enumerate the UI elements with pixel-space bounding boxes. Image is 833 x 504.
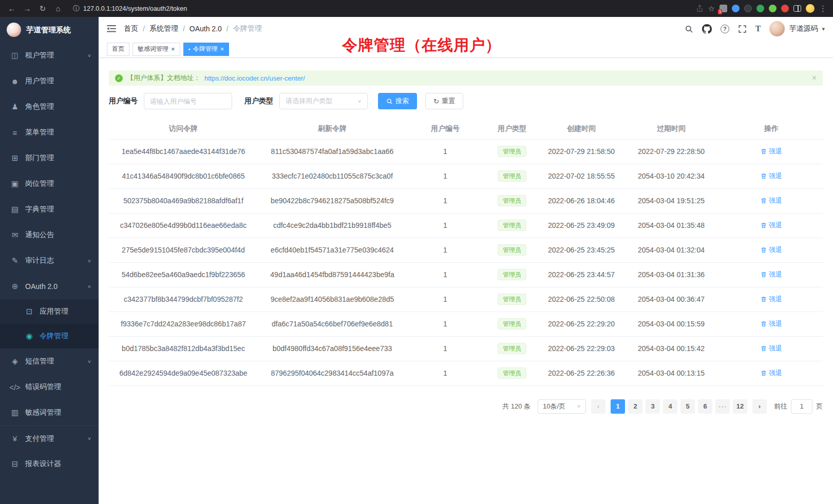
sidebar-menu-item[interactable]: ♟ 角色管理 [0,94,99,120]
user-type-label: 用户类型 [244,96,273,106]
page-number-button[interactable]: 1 [611,399,625,414]
user-name: 芋道源码 [789,24,818,33]
alert-close-icon[interactable]: × [812,73,817,83]
user-id-cell: 1 [407,312,484,336]
user-id-input[interactable] [144,93,232,109]
sidebar-menu-item[interactable]: ✉ 通知公告 [0,222,99,248]
force-logout-button[interactable]: 强退 [761,369,782,378]
share-icon[interactable] [696,5,704,12]
force-logout-button[interactable]: 强退 [761,245,782,255]
pagination: 共 120 条 10条/页 ∨ ‹ 1 2 3 4 [109,399,823,414]
search-icon[interactable] [685,25,693,33]
force-logout-button[interactable]: 强退 [761,171,782,181]
user-type-badge: 管理员 [498,170,526,182]
sidebar-menu-item[interactable]: ≡ 菜单管理 [0,120,99,145]
page-size-select[interactable]: 10条/页 ∨ [538,399,586,414]
menu-item-icon: ⊡ [24,307,35,316]
menu-item-icon: ☻ [9,77,21,86]
address-bar[interactable]: ⓘ 127.0.0.1:1024/system/oauth2/token [67,2,694,15]
page-number-button[interactable]: ··· [715,399,730,414]
sidebar-menu-item[interactable]: ☻ 用户管理 [0,68,99,94]
force-logout-button[interactable]: 强退 [761,319,782,328]
sidebar-collapse-icon[interactable] [107,25,116,33]
menu-item-label: 应用管理 [40,307,68,316]
page-number-button[interactable]: 12 [733,399,747,414]
page-number-button[interactable]: 3 [646,399,660,414]
doc-alert: ✓ 【用户体系】文档地址： https://doc.iocoder.cn/use… [109,70,823,86]
extension-grid-icon[interactable]: 1 [720,5,727,12]
sidebar-menu-item[interactable]: ⊛ OAuth 2.0 ∧ [0,274,99,299]
page-tab[interactable]: ● 令牌管理 × [183,43,230,56]
force-logout-button[interactable]: 强退 [761,196,782,205]
app-logo[interactable]: 芋道管理系统 [0,17,99,43]
tab-close-icon[interactable]: × [171,46,175,52]
expires-at-cell: 2054-03-04 01:32:04 [622,238,720,262]
sidebar-menu-item[interactable]: ⊡ 应用管理 [0,299,99,324]
table-row: 1ea5e44f8bc1467aaede43144f31de76 811c530… [109,139,823,164]
page-tab[interactable]: 首页 [107,43,129,56]
sidebar-menu-item[interactable]: ⊞ 部门管理 [0,145,99,171]
breadcrumb-item[interactable]: 系统管理 [149,24,178,33]
extension-green-icon[interactable] [756,5,764,12]
force-logout-button[interactable]: 强退 [761,147,782,156]
home-icon[interactable]: ⌂ [51,2,65,15]
extension-dark-icon[interactable] [744,5,752,12]
site-info-icon[interactable]: ⓘ [73,4,80,13]
sidebar-menu-item[interactable]: ◫ 租户管理 ∨ [0,43,99,68]
sidebar-menu-item[interactable]: ▥ 敏感词管理 [0,400,99,425]
next-page-button[interactable]: › [752,399,767,414]
font-size-icon[interactable]: T [755,24,761,33]
sidebar-menu-item[interactable]: ◉ 令牌管理 [0,324,99,348]
extension-red-icon[interactable] [781,5,789,12]
expires-at-cell: 2054-03-04 00:15:59 [622,312,720,336]
breadcrumb-item[interactable]: OAuth 2.0 [190,25,222,33]
profile-avatar-icon[interactable] [806,4,815,13]
doc-link[interactable]: https://doc.iocoder.cn/user-center/ [204,74,305,82]
created-at-cell: 2022-07-02 18:55:55 [540,164,622,188]
menu-item-label: 报表设计器 [25,459,61,469]
forward-icon[interactable]: → [21,2,34,15]
force-logout-button[interactable]: 强退 [761,270,782,279]
sidebar-menu-item[interactable]: ◈ 短信管理 ∨ [0,348,99,374]
back-icon[interactable]: ← [5,2,18,15]
goto-page-input[interactable] [791,399,812,414]
access-token-cell: 1ea5e44f8bc1467aaede43144f31de76 [109,139,258,164]
reload-icon[interactable]: ↻ [36,2,49,15]
sidebar-menu-item[interactable]: ⊟ 报表设计器 [0,451,99,477]
expires-at-cell: 2054-03-10 20:42:34 [622,164,720,188]
user-id-cell: 1 [407,213,484,238]
help-icon[interactable]: ? [721,25,729,33]
force-logout-button[interactable]: 强退 [761,295,782,304]
page-tab[interactable]: 敏感词管理 × [132,43,180,56]
sidebar-menu-item[interactable]: ¥ 支付管理 ∨ [0,425,99,451]
reset-button[interactable]: ↻ 重置 [425,93,463,109]
user-type-select[interactable]: 请选择用户类型 ∨ [279,93,368,109]
page-number-button[interactable]: 5 [680,399,695,414]
breadcrumb-item[interactable]: 首页 [124,24,138,33]
access-token-cell: c347026e805e4d99b0d116eae66eda8c [109,213,258,238]
bookmark-star-icon[interactable]: ☆ [708,4,715,13]
actions-cell: 强退 [720,312,823,336]
page-number-button[interactable]: 4 [663,399,677,414]
github-icon[interactable] [702,24,712,34]
fullscreen-icon[interactable] [738,25,747,33]
browser-menu-icon[interactable]: ⋮ [819,4,827,13]
force-logout-button[interactable]: 强退 [761,221,782,230]
tab-close-icon[interactable]: × [220,46,224,52]
user-id-cell: 1 [407,336,484,361]
extension-blue-icon[interactable] [732,5,740,12]
breadcrumb-item[interactable]: 令牌管理 [233,24,262,33]
sidebar-menu-item[interactable]: ▣ 岗位管理 [0,171,99,197]
sidebar-menu-item[interactable]: ✎ 审计日志 ∨ [0,248,99,274]
user-menu[interactable]: 芋道源码 ▾ [769,21,825,36]
sidebar-menu-item[interactable]: ▤ 字典管理 [0,197,99,222]
search-button[interactable]: 搜索 [378,93,417,109]
prev-page-button[interactable]: ‹ [591,399,605,414]
sidebar-menu-item[interactable]: </> 错误码管理 [0,374,99,400]
tab-group-icon[interactable] [793,5,801,12]
force-logout-button[interactable]: 强退 [761,344,782,353]
extension-adblock-icon[interactable] [769,5,777,12]
page-number-button[interactable]: 2 [628,399,642,414]
page-number-button[interactable]: 6 [698,399,712,414]
tab-label: 令牌管理 [193,45,218,53]
